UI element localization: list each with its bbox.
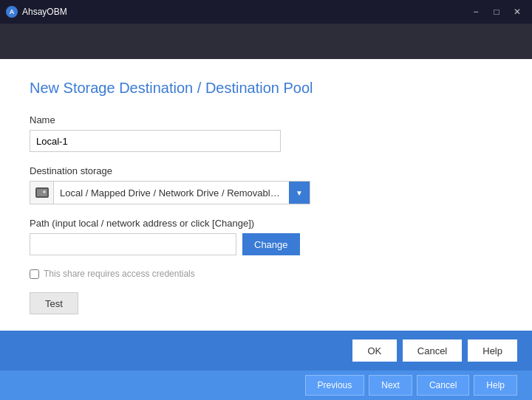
storage-icon-box xyxy=(30,182,54,204)
path-input[interactable] xyxy=(30,233,236,255)
cancel-button[interactable]: Cancel xyxy=(403,339,462,362)
destination-storage-value: Local / Mapped Drive / Network Drive / R… xyxy=(54,187,289,199)
footer-help-button[interactable]: Help xyxy=(474,375,517,396)
ok-button[interactable]: OK xyxy=(352,339,397,362)
name-form-group: Name xyxy=(30,114,502,152)
close-button[interactable]: ✕ xyxy=(508,4,526,19)
help-button[interactable]: Help xyxy=(468,339,517,362)
app-name: AhsayOBM xyxy=(22,7,67,17)
main-content: New Storage Destination / Destination Po… xyxy=(0,59,532,331)
header-banner xyxy=(0,24,532,59)
access-credentials-label: This share requires access credentials xyxy=(44,269,195,279)
path-label: Path (input local / network address or c… xyxy=(30,218,502,229)
footer-bottom: Previous Next Cancel Help xyxy=(0,370,532,400)
title-bar: A AhsayOBM − □ ✕ xyxy=(0,0,532,24)
next-button[interactable]: Next xyxy=(369,375,412,396)
page-title: New Storage Destination / Destination Po… xyxy=(30,80,502,97)
title-bar-controls: − □ ✕ xyxy=(467,4,526,19)
chevron-down-icon: ▼ xyxy=(289,182,310,204)
app-icon: A xyxy=(6,6,18,18)
test-button[interactable]: Test xyxy=(30,292,78,314)
name-input[interactable] xyxy=(30,130,281,152)
destination-storage-form-group: Destination storage Local / Mapped Drive… xyxy=(30,165,502,204)
minimize-button[interactable]: − xyxy=(467,4,485,19)
access-credentials-checkbox[interactable] xyxy=(30,269,39,279)
name-label: Name xyxy=(30,114,502,125)
footer-top: OK Cancel Help xyxy=(0,331,532,370)
maximize-button[interactable]: □ xyxy=(488,4,505,19)
change-button[interactable]: Change xyxy=(242,233,300,255)
title-bar-left: A AhsayOBM xyxy=(6,6,67,18)
destination-storage-label: Destination storage xyxy=(30,165,502,176)
footer-cancel-button[interactable]: Cancel xyxy=(417,375,469,396)
previous-button[interactable]: Previous xyxy=(305,375,365,396)
access-credentials-row: This share requires access credentials xyxy=(30,269,502,279)
path-row: Change xyxy=(30,233,502,255)
hdd-icon xyxy=(35,187,49,198)
path-form-group: Path (input local / network address or c… xyxy=(30,218,502,255)
destination-storage-dropdown[interactable]: Local / Mapped Drive / Network Drive / R… xyxy=(30,181,310,204)
